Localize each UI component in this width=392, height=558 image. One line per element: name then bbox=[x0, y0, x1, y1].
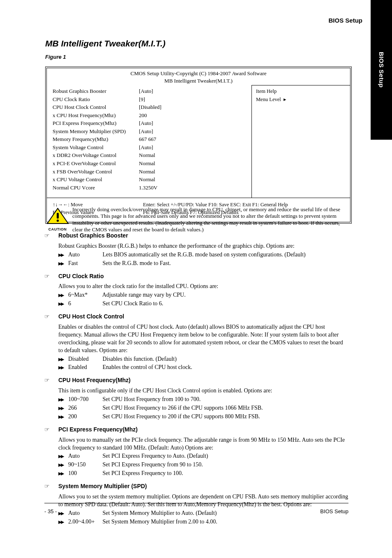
option-value-text: Lets BIOS automatically set the R.G.B. m… bbox=[103, 251, 306, 258]
option-value-text: Sets the R.G.B. mode to Fast. bbox=[103, 260, 171, 266]
bios-help-pane: Item Help Menu Level ▸ bbox=[251, 85, 350, 198]
option-group: ☞PCI Express Frequency(Mhz)Allows you to… bbox=[44, 426, 348, 477]
bios-setting-row: CPU Clock Ratio[9] bbox=[53, 96, 247, 103]
option-heading: ☞CPU Clock Ratio bbox=[44, 272, 348, 281]
option-value-row: ▶▶Auto Lets BIOS automatically set the R… bbox=[58, 251, 348, 259]
option-list: ☞Robust Graphics BoosterRobust Graphics … bbox=[44, 232, 348, 531]
bios-menu-level-label: Menu Level bbox=[256, 97, 281, 102]
bios-help-head: Item Help bbox=[256, 88, 347, 95]
svg-point-2 bbox=[56, 219, 58, 221]
fast-forward-icon: ▶▶ bbox=[58, 261, 63, 267]
option-description: This item is configurable only if the CP… bbox=[44, 387, 348, 395]
option-value-label: 90~150 bbox=[68, 461, 101, 469]
bios-setting-value: 1.3250V bbox=[139, 184, 157, 191]
option-values: ▶▶Auto Set System Memory Multiplier to A… bbox=[44, 510, 348, 526]
option-name: CPU Host Frequency(Mhz) bbox=[58, 377, 131, 383]
option-value-label: 6 bbox=[68, 300, 101, 308]
fast-forward-icon: ▶▶ bbox=[58, 470, 63, 477]
bios-subtitle-text: MB Intelligent Tweaker(M.I.T.) bbox=[164, 78, 233, 84]
bios-setting-label: CPU Host Clock Control bbox=[53, 104, 139, 111]
breadcrumb: BIOS Setup bbox=[328, 16, 362, 25]
option-description: Allows you to set the system memory mult… bbox=[44, 493, 348, 509]
bios-setting-label: x FSB OverVoltage Control bbox=[53, 168, 139, 175]
option-heading: ☞CPU Host Clock Control bbox=[44, 313, 348, 321]
option-values: ▶▶Auto Lets BIOS automatically set the R… bbox=[44, 251, 348, 267]
option-value-row: ▶▶6 Set CPU Clock Ratio to 6. bbox=[58, 300, 348, 308]
bios-title: CMOS Setup Utility-Copyright (C) 1984-20… bbox=[47, 68, 350, 85]
fast-forward-icon: ▶▶ bbox=[58, 356, 63, 362]
option-value-text: Set CPU Host Frequency from 100 to 700. bbox=[103, 396, 201, 402]
fast-forward-icon: ▶▶ bbox=[58, 252, 63, 258]
option-heading: ☞Robust Graphics Booster bbox=[44, 232, 348, 240]
bios-setting-value: [Auto] bbox=[139, 144, 153, 151]
option-value-row: ▶▶90~150 Set PCI Express Frequency from … bbox=[58, 461, 348, 469]
bios-setting-value: [9] bbox=[139, 96, 145, 103]
caution-label: CAUTION bbox=[45, 227, 70, 232]
option-value-text: Set PCI Express Frequency to Auto. (Defa… bbox=[103, 453, 208, 459]
bios-setting-row: Memory Frequency(Mhz)667 667 bbox=[53, 136, 247, 143]
hand-point-icon: ☞ bbox=[44, 273, 50, 281]
bios-setting-row: x CPU Voltage ControlNormal bbox=[53, 176, 247, 183]
section-title: MB Intelligent Tweaker(M.I.T.) bbox=[45, 38, 166, 49]
option-values: ▶▶6~Max* Adjustable range may vary by CP… bbox=[44, 291, 348, 308]
option-name: System Memory Multiplier (SPD) bbox=[58, 483, 147, 489]
bios-setting-row: x FSB OverVoltage ControlNormal bbox=[53, 168, 247, 175]
bios-setting-label: Memory Frequency(Mhz) bbox=[53, 136, 139, 143]
hand-point-icon: ☞ bbox=[44, 483, 50, 491]
option-value-row: ▶▶100~700 Set CPU Host Frequency from 10… bbox=[58, 396, 348, 404]
bios-setting-row: System Memory Multiplier (SPD)[Auto] bbox=[53, 128, 247, 135]
caution-icon: CAUTION bbox=[45, 208, 70, 232]
bios-setting-value: [Auto] bbox=[139, 128, 153, 135]
hand-point-icon: ☞ bbox=[44, 377, 50, 385]
option-value-text: Set CPU Host Frequency to 200 if the CPU… bbox=[103, 413, 260, 420]
option-values: ▶▶Disabled Disables this function. (Defa… bbox=[44, 355, 348, 372]
bios-settings-list: Robust Graphics Booster[Auto]CPU Clock R… bbox=[47, 85, 251, 198]
option-values: ▶▶100~700 Set CPU Host Frequency from 10… bbox=[44, 396, 348, 421]
bios-setting-row: x CPU Host Frequency(Mhz)200 bbox=[53, 112, 247, 119]
fast-forward-icon: ▶▶ bbox=[58, 301, 63, 307]
hand-point-icon: ☞ bbox=[44, 313, 50, 321]
option-value-text: Set System Memory Multiplier to Auto. (D… bbox=[103, 510, 217, 516]
option-description: Allows you to alter the clock ratio for … bbox=[44, 283, 348, 291]
bios-setting-label: PCI Express Frequency(Mhz) bbox=[53, 120, 139, 127]
option-value-row: ▶▶100 Set PCI Express Frequency to 100. bbox=[58, 470, 348, 477]
option-name: PCI Express Frequency(Mhz) bbox=[58, 426, 138, 433]
bios-setting-value: Normal bbox=[139, 168, 155, 175]
bios-setting-value: 200 bbox=[139, 112, 147, 119]
option-value-text: Disables this function. (Default) bbox=[103, 356, 177, 362]
bios-setting-row: CPU Host Clock Control[Disabled] bbox=[53, 104, 247, 111]
option-value-text: Set CPU Host Frequency to 266 if the CPU… bbox=[103, 405, 263, 411]
option-value-row: ▶▶Fast Sets the R.G.B. mode to Fast. bbox=[58, 260, 348, 267]
bios-setting-value: [Auto] bbox=[139, 88, 153, 95]
option-heading: ☞CPU Host Frequency(Mhz) bbox=[44, 376, 348, 385]
caution-text: Incorrectly doing overclock/overvoltage … bbox=[72, 206, 348, 233]
bios-setting-value: Normal bbox=[139, 160, 155, 167]
fast-forward-icon: ▶▶ bbox=[58, 364, 63, 371]
option-group: ☞CPU Host Frequency(Mhz)This item is con… bbox=[44, 376, 348, 420]
bios-setting-value: [Disabled] bbox=[139, 104, 161, 111]
option-value-label: 2.00~4.00+ bbox=[68, 518, 101, 526]
footer-rule bbox=[44, 503, 348, 503]
option-description: Allows you to manually set the PCIe cloc… bbox=[44, 436, 348, 452]
bios-screenshot: CMOS Setup Utility-Copyright (C) 1984-20… bbox=[45, 67, 352, 224]
fast-forward-icon: ▶▶ bbox=[58, 510, 63, 516]
hand-point-icon: ☞ bbox=[44, 232, 50, 240]
bios-setting-value: [Auto] bbox=[139, 120, 153, 127]
fast-forward-icon: ▶▶ bbox=[58, 292, 63, 298]
footer-label: BIOS Setup bbox=[320, 508, 348, 515]
bios-setting-row: Normal CPU Vcore1.3250V bbox=[53, 184, 247, 191]
option-value-row: ▶▶200 Set CPU Host Frequency to 200 if t… bbox=[58, 413, 348, 421]
option-name: Robust Graphics Booster bbox=[58, 232, 128, 239]
option-name: CPU Clock Ratio bbox=[58, 273, 104, 279]
option-group: ☞Robust Graphics BoosterRobust Graphics … bbox=[44, 232, 348, 267]
option-value-label: 266 bbox=[68, 404, 101, 412]
bios-setting-row: x DDR2 OverVoltage ControlNormal bbox=[53, 152, 247, 159]
bios-setting-label: Robust Graphics Booster bbox=[53, 88, 139, 95]
option-heading: ☞PCI Express Frequency(Mhz) bbox=[44, 426, 348, 434]
bios-setting-label: x CPU Voltage Control bbox=[53, 176, 139, 183]
option-value-text: Enables the control of CPU host clock. bbox=[103, 364, 192, 370]
option-value-label: Fast bbox=[68, 260, 101, 267]
hand-point-icon: ☞ bbox=[44, 426, 50, 434]
option-value-text: Set CPU Clock Ratio to 6. bbox=[103, 300, 164, 307]
option-value-row: ▶▶Enabled Enables the control of CPU hos… bbox=[58, 364, 348, 371]
